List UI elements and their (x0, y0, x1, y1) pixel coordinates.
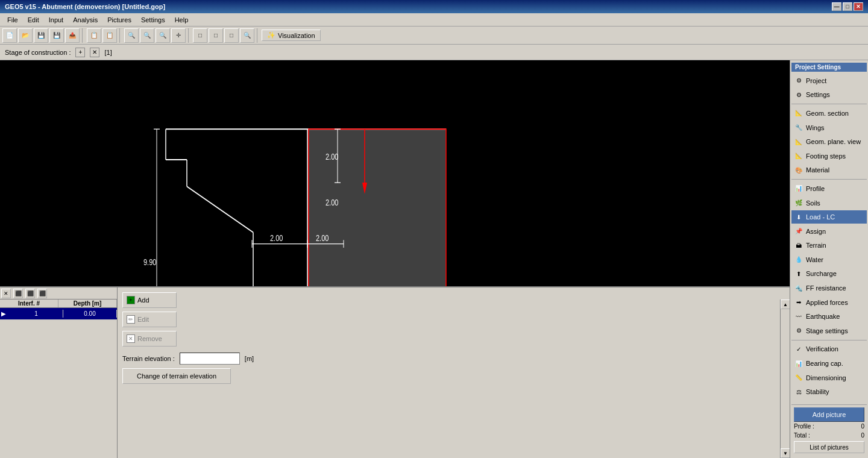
table-icon-2[interactable]: ⬛ (25, 289, 35, 298)
stage-add-icon[interactable]: + (75, 48, 85, 57)
tb-paste[interactable]: 📋 (102, 28, 117, 43)
footing-label: Footing steps (806, 152, 846, 160)
right-item-dimensioning[interactable]: 📏 Dimensioning (791, 371, 867, 384)
right-item-verification[interactable]: ✓ Verification (791, 343, 867, 356)
terrain-icon: 🏔 (794, 240, 804, 250)
table-icon-1[interactable]: ⬛ (13, 289, 23, 298)
right-item-geom-plane[interactable]: 📐 Geom. plane. view (791, 135, 867, 148)
right-item-material[interactable]: 🎨 Material (791, 164, 867, 177)
soils-icon: 🌿 (794, 198, 804, 208)
add-picture-button[interactable]: Add picture (794, 407, 864, 422)
stage-settings-icon: ⚙ (794, 326, 804, 336)
stage-remove-icon[interactable]: ✕ (90, 48, 99, 57)
tb-rect1[interactable]: □ (193, 28, 207, 43)
right-item-load-lc[interactable]: ⬇ Load - LC (791, 210, 867, 224)
maximize-button[interactable]: □ (843, 2, 852, 11)
right-item-footing[interactable]: 📐 Footing steps (791, 149, 867, 163)
right-item-geom-section[interactable]: 📐 Geom. section (791, 107, 867, 120)
menu-bar: File Edit Input Analysis Pictures Settin… (0, 13, 868, 27)
scroll-up[interactable]: ▲ (781, 300, 790, 309)
table-body: ▶ 1 0.00 (0, 308, 117, 458)
right-item-terrain[interactable]: 🏔 Terrain (791, 239, 867, 253)
right-item-earthquake[interactable]: 〰 Earthquake (791, 310, 867, 323)
tb-copy[interactable]: 📋 (87, 28, 101, 43)
menu-settings[interactable]: Settings (136, 15, 170, 25)
row-arrow: ▶ (0, 310, 10, 318)
menu-edit[interactable]: Edit (23, 15, 44, 25)
remove-icon: ✕ (127, 334, 135, 343)
minimize-button[interactable]: — (832, 2, 841, 11)
add-button[interactable]: + Add (122, 292, 177, 308)
tb-open[interactable]: 📂 (18, 28, 33, 43)
terrain-input[interactable] (180, 353, 240, 365)
right-item-water[interactable]: 💧 Water (791, 253, 867, 266)
ff-resistance-label: FF resistance (806, 284, 846, 292)
tb-search[interactable]: 🔍 (240, 28, 254, 43)
list-pictures-button[interactable]: List of pictures (794, 441, 864, 453)
tb-crosshair[interactable]: ✛ (171, 28, 186, 43)
add-picture-label: Add picture (813, 411, 846, 418)
col-headers: Interf. # Depth [m] (0, 300, 117, 308)
change-terrain-button[interactable]: Change of terrain elevation (122, 368, 231, 384)
close-button[interactable]: ✕ (854, 2, 863, 11)
tb-sep1 (82, 28, 84, 43)
bottom-right-section: Add picture Profile : 0 Total : 0 List o… (791, 404, 867, 456)
right-item-stage-settings[interactable]: ⚙ Stage settings (791, 324, 867, 337)
edit-button[interactable]: ✏ Edit (122, 312, 177, 327)
right-item-stability[interactable]: ⚖ Stability (791, 385, 867, 398)
tb-zoom-fit[interactable]: 🔍 (156, 28, 170, 43)
right-item-bearing-cap[interactable]: 📊 Bearing cap. (791, 357, 867, 370)
material-label: Material (806, 166, 829, 174)
main-area: 2.00 2.00 2.00 2.00 9.90 0.80 (0, 60, 868, 458)
right-item-assign[interactable]: 📌 Assign (791, 225, 867, 238)
remove-label: Remove (137, 335, 162, 342)
list-pictures-label: List of pictures (810, 444, 848, 451)
stage-settings-label: Stage settings (806, 327, 848, 334)
menu-file[interactable]: File (2, 15, 23, 25)
tb-zoom-in[interactable]: 🔍 (124, 28, 139, 43)
wings-label: Wings (806, 124, 825, 131)
canvas-area: 2.00 2.00 2.00 2.00 9.90 0.80 (0, 60, 790, 458)
menu-pictures[interactable]: Pictures (102, 15, 136, 25)
menu-help[interactable]: Help (170, 15, 193, 25)
scroll-down[interactable]: ▼ (781, 448, 790, 458)
table-icon-3[interactable]: ⬛ (37, 289, 47, 298)
tb-save[interactable]: 💾 (34, 28, 48, 43)
table-close-button[interactable]: ✕ (1, 289, 11, 298)
divider-3 (791, 340, 867, 340)
ff-resistance-icon: 🔩 (794, 283, 804, 293)
tb-rect2[interactable]: □ (209, 28, 223, 43)
right-item-wings[interactable]: 🔧 Wings (791, 121, 867, 134)
add-label: Add (137, 296, 149, 304)
tb-save2[interactable]: 💾 (49, 28, 64, 43)
project-label: Project (806, 77, 826, 84)
geom-plane-label: Geom. plane. view (806, 138, 861, 145)
col-interf: Interf. # (0, 300, 58, 307)
terrain-label: Terrain elevation : (122, 355, 175, 362)
visualization-button[interactable]: ✨ Visualization (262, 30, 321, 41)
menu-input[interactable]: Input (44, 15, 68, 25)
vis-label: Visualization (278, 32, 315, 39)
right-item-project[interactable]: ⚙ Project (791, 74, 867, 87)
tb-new[interactable]: 📄 (2, 28, 17, 43)
vis-icon: ✨ (267, 31, 275, 39)
remove-button[interactable]: ✕ Remove (122, 331, 177, 347)
tb-rect3[interactable]: □ (224, 28, 239, 43)
table-row[interactable]: ▶ 1 0.00 (0, 308, 117, 320)
menu-analysis[interactable]: Analysis (68, 15, 102, 25)
cell-num: 1 (10, 310, 63, 318)
right-item-applied-forces[interactable]: ➡ Applied forces (791, 296, 867, 309)
right-item-settings[interactable]: ⚙ Settings (791, 89, 867, 102)
stage-number: [1] (104, 49, 112, 56)
cell-depth: 0.00 (63, 310, 117, 318)
right-panel: Project Settings ⚙ Project ⚙ Settings 📐 … (790, 60, 868, 458)
scroll-bar[interactable]: ▲ ▼ (780, 300, 790, 458)
right-item-ff-resistance[interactable]: 🔩 FF resistance (791, 281, 867, 295)
profile-label: Profile (806, 185, 825, 192)
right-item-profile[interactable]: 📊 Profile (791, 182, 867, 195)
tb-export[interactable]: 📤 (65, 28, 80, 43)
right-item-surcharge[interactable]: ⬆ Surcharge (791, 268, 867, 281)
tb-zoom-out[interactable]: 🔍 (140, 28, 154, 43)
tb-sep2 (119, 28, 122, 43)
right-item-soils[interactable]: 🌿 Soils (791, 196, 867, 210)
